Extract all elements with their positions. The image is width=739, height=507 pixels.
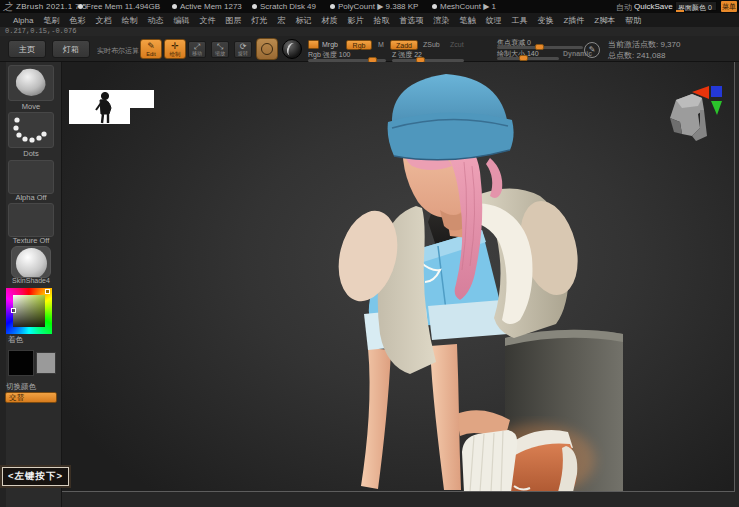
sv-marker-icon bbox=[11, 308, 16, 313]
home-button[interactable]: 主页 bbox=[8, 40, 46, 58]
zcut-toggle[interactable]: Zcut bbox=[450, 41, 464, 48]
texture-slot[interactable] bbox=[8, 203, 54, 237]
menu-transform[interactable]: 变换 bbox=[532, 15, 558, 26]
skinshade-sphere-icon bbox=[16, 248, 47, 278]
secondary-color-swatch[interactable] bbox=[36, 352, 56, 374]
current-material-button[interactable] bbox=[282, 39, 302, 59]
status-dot-icon bbox=[252, 4, 257, 9]
menu-tool[interactable]: 工具 bbox=[506, 15, 532, 26]
menu-layer[interactable]: 图层 bbox=[220, 15, 246, 26]
alt-color-button[interactable]: 交替 bbox=[5, 392, 57, 403]
menu-macro[interactable]: 宏 bbox=[272, 15, 290, 26]
stroke-slot[interactable] bbox=[8, 112, 54, 148]
beanie bbox=[388, 74, 514, 160]
menu-edit[interactable]: 编辑 bbox=[168, 15, 194, 26]
lightbox-button[interactable]: 灯箱 bbox=[52, 40, 90, 58]
menu-draw[interactable]: 绘制 bbox=[116, 15, 142, 26]
switch-color-button[interactable]: 切换颜色 bbox=[6, 382, 36, 392]
m-toggle[interactable]: M bbox=[378, 41, 384, 48]
coords-readout: 0.217,0.15,-0.076 bbox=[5, 27, 76, 35]
dots-stroke-thumbnail bbox=[9, 113, 53, 147]
material-name: SkinShade4 bbox=[0, 277, 62, 284]
status-dot-icon bbox=[78, 4, 83, 9]
menus-button[interactable]: 菜单 bbox=[721, 1, 737, 12]
menu-document[interactable]: 文档 bbox=[90, 15, 116, 26]
pencil-icon: ✎ bbox=[141, 41, 161, 51]
brush-slot[interactable] bbox=[8, 65, 54, 101]
sculpt-model[interactable] bbox=[62, 62, 735, 492]
zsub-toggle[interactable]: ZSub bbox=[423, 41, 440, 48]
edit-button[interactable]: ✎ Edit bbox=[140, 39, 162, 59]
alpha-name: Alpha Off bbox=[0, 193, 62, 202]
z-axis-icon bbox=[711, 86, 722, 97]
app-title: ZBrush 2021.1 7.5 bbox=[16, 2, 87, 11]
zbrush-logo-icon: 之 bbox=[3, 0, 13, 14]
material-swirl-icon bbox=[285, 42, 299, 57]
menu-bar: Alpha 笔刷 色彩 文档 绘制 动态 编辑 文件 图层 灯光 宏 标记 材质… bbox=[0, 13, 739, 27]
zadd-toggle[interactable]: Zadd bbox=[390, 40, 418, 50]
total-points-readout: 总点数: 241,088 bbox=[608, 50, 665, 61]
menu-zscript[interactable]: Z脚本 bbox=[589, 15, 620, 26]
menu-alpha[interactable]: Alpha bbox=[8, 16, 38, 25]
scale-canvas-button[interactable]: ⤡ 缩放 bbox=[211, 41, 229, 58]
quicksave-button[interactable]: QuickSave bbox=[634, 2, 673, 11]
canvas-thumbnail bbox=[68, 86, 160, 126]
color-picker[interactable] bbox=[6, 288, 52, 334]
stat-scratch-disk: Scratch Disk 49 bbox=[252, 2, 316, 11]
menu-dynamics[interactable]: 动态 bbox=[142, 15, 168, 26]
stat-meshcount: MeshCount ▶ 1 bbox=[432, 2, 496, 11]
menu-preferences[interactable]: 首选项 bbox=[394, 15, 428, 26]
dynamic-draw-size-icon[interactable]: ✎ bbox=[584, 42, 600, 58]
current-brush-button[interactable] bbox=[256, 38, 278, 60]
texture-name: Texture Off bbox=[0, 236, 62, 245]
camview-head-icon bbox=[670, 94, 707, 141]
menu-picker[interactable]: 拾取 bbox=[368, 15, 394, 26]
slider-handle[interactable] bbox=[519, 55, 528, 61]
draw-size-slider[interactable] bbox=[497, 57, 559, 60]
tray-edge[interactable] bbox=[0, 62, 6, 507]
rotate-canvas-button[interactable]: ⟳ 旋转 bbox=[234, 41, 252, 58]
main-color-swatch[interactable] bbox=[8, 350, 34, 376]
sv-square[interactable] bbox=[13, 295, 45, 327]
crosshair-icon: ✛ bbox=[165, 41, 185, 51]
menu-help[interactable]: 帮助 bbox=[620, 15, 646, 26]
menu-movie[interactable]: 影片 bbox=[342, 15, 368, 26]
circle-brush-icon bbox=[261, 43, 273, 55]
stat-active-mem: Active Mem 1273 bbox=[172, 2, 242, 11]
status-dot-icon bbox=[172, 4, 177, 9]
menu-material[interactable]: 材质 bbox=[316, 15, 342, 26]
rgb-toggle[interactable]: Rgb bbox=[346, 40, 372, 50]
left-tray: Move Dots Alpha Off Texture Off SkinShad… bbox=[0, 62, 62, 507]
menu-render[interactable]: 渲染 bbox=[428, 15, 454, 26]
menu-light[interactable]: 灯光 bbox=[246, 15, 272, 26]
brush-name: Move bbox=[0, 102, 62, 111]
mrgb-toggle[interactable] bbox=[308, 40, 319, 49]
y-axis-icon bbox=[711, 101, 722, 115]
menu-zplugin[interactable]: Z插件 bbox=[558, 15, 589, 26]
menu-stroke[interactable]: 笔触 bbox=[454, 15, 480, 26]
stroke-name: Dots bbox=[0, 149, 62, 158]
move-canvas-button[interactable]: ⤢ 移动 bbox=[188, 41, 206, 58]
material-slot[interactable] bbox=[11, 246, 51, 278]
menu-brush[interactable]: 笔刷 bbox=[38, 15, 64, 26]
ui-color-slider[interactable]: 界面颜色 0 bbox=[675, 1, 717, 11]
menu-texture[interactable]: 纹理 bbox=[480, 15, 506, 26]
draw-button[interactable]: ✛ 绘制 bbox=[164, 39, 186, 59]
document-canvas[interactable] bbox=[62, 62, 735, 492]
camview-gizmo[interactable] bbox=[662, 84, 732, 146]
mouse-hint-overlay: <左键按下> bbox=[2, 467, 69, 486]
stat-polycount: PolyCount ▶ 9.388 KP bbox=[330, 2, 418, 11]
live-boolean-label[interactable]: 实时布尔运算 bbox=[97, 46, 139, 56]
stat-free-mem: Free Mem 11.494GB bbox=[78, 2, 160, 11]
top-shelf: 主页 灯箱 实时布尔运算 ✎ Edit ✛ 绘制 ⤢ 移动 ⤡ 缩放 ⟳ 旋转 … bbox=[0, 36, 739, 62]
status-dot-icon bbox=[330, 4, 335, 9]
status-dot-icon bbox=[432, 4, 437, 9]
menu-marker[interactable]: 标记 bbox=[290, 15, 316, 26]
alpha-slot[interactable] bbox=[8, 160, 54, 194]
menu-color[interactable]: 色彩 bbox=[64, 15, 90, 26]
title-bar: 之 ZBrush 2021.1 7.5 Free Mem 11.494GB Ac… bbox=[0, 0, 739, 13]
menu-file[interactable]: 文件 bbox=[194, 15, 220, 26]
mrgb-label[interactable]: Mrgb bbox=[322, 41, 338, 48]
hue-marker-icon bbox=[45, 289, 50, 294]
sock bbox=[462, 430, 517, 492]
